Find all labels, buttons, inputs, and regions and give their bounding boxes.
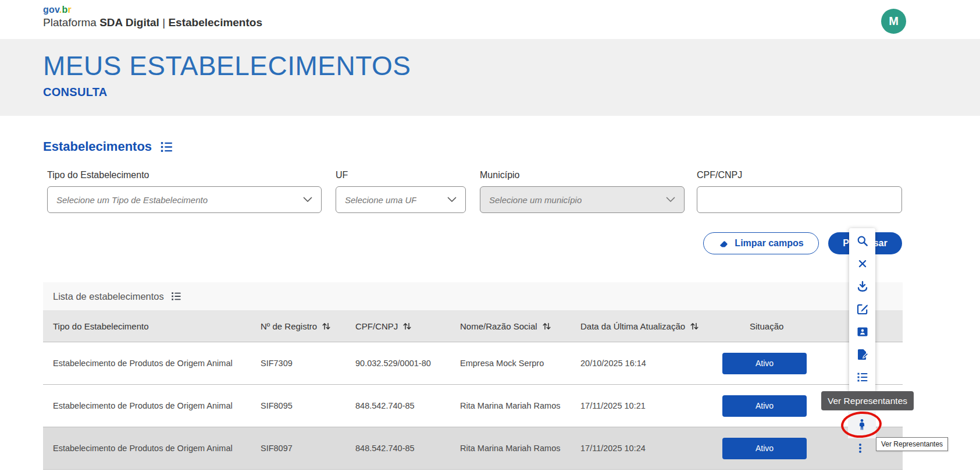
cell-cpf: 848.542.740-85 [355, 401, 460, 410]
edit-icon[interactable] [856, 303, 869, 316]
cell-data: 17/11/2025 10:21 [580, 401, 717, 410]
govbr-logo: gov.br [43, 5, 980, 15]
sort-icon[interactable] [542, 322, 551, 331]
eraser-icon [718, 238, 729, 249]
field-uf: UF Selecione uma UF [336, 170, 466, 213]
uf-placeholder: Selecione uma UF [345, 195, 416, 205]
cell-cpf: 848.542.740-85 [355, 444, 460, 453]
table-header-row: Tipo do Estabelecimento Nº de Registro C… [43, 310, 903, 342]
sort-icon[interactable] [322, 322, 331, 331]
logo-r: r [68, 5, 72, 15]
contact-card-icon[interactable] [856, 325, 869, 338]
cell-tipo: Estabelecimento de Produtos de Origem An… [53, 359, 261, 368]
table-title-band: Lista de estabelecimentos [43, 282, 903, 310]
table-row[interactable]: Estabelecimento de Produtos de Origem An… [43, 427, 903, 469]
field-municipio: Município Selecione um município [480, 170, 685, 213]
chevron-down-icon [447, 197, 457, 203]
status-badge[interactable]: Ativo [722, 395, 807, 417]
search-icon[interactable] [856, 235, 869, 247]
avatar[interactable]: M [881, 9, 906, 34]
tooltip: Ver Representantes [821, 391, 914, 410]
row-actions-menu [849, 228, 875, 392]
page-title: MEUS ESTABELECIMENTOS [43, 52, 980, 79]
cpf-cnpj-label: CPF/CNPJ [697, 170, 902, 180]
tipo-select[interactable]: Selecione um Tipo de Estabelecimento [47, 186, 322, 213]
list-icon[interactable] [856, 371, 869, 384]
cell-cpf: 90.032.529/0001-80 [355, 359, 460, 368]
tipo-placeholder: Selecione um Tipo de Estabelecimento [56, 195, 208, 205]
page: gov.br Plataforma SDA Digital | Estabele… [0, 0, 980, 475]
file-edit-icon[interactable] [856, 348, 869, 361]
cell-nome: Rita Marina Mariah Ramos [460, 444, 580, 453]
municipio-placeholder: Selecione um município [489, 195, 582, 205]
column-header-cpf[interactable]: CPF/CNPJ [355, 321, 460, 331]
status-badge[interactable]: Ativo [722, 353, 807, 374]
sort-icon[interactable] [402, 322, 412, 331]
column-header-nome[interactable]: Nome/Razão Social [460, 321, 580, 331]
table-row[interactable]: Estabelecimento de Produtos de Origem An… [43, 342, 903, 384]
table-title: Lista de estabelecimentos [53, 291, 164, 302]
hero-banner: MEUS ESTABELECIMENTOS CONSULTA [0, 39, 980, 116]
top-bar: gov.br Plataforma SDA Digital | Estabele… [0, 0, 980, 39]
cpf-cnpj-input[interactable] [697, 186, 902, 213]
tipo-label: Tipo do Estabelecimento [47, 170, 322, 180]
table-row[interactable]: Estabelecimento de Produtos de Origem An… [43, 384, 903, 427]
logo-gov: gov [43, 5, 59, 15]
municipio-label: Município [480, 170, 685, 180]
section-title: Estabelecimentos [43, 139, 152, 154]
native-tooltip: Ver Representantes [876, 437, 948, 451]
cell-registro: SIF8097 [261, 444, 355, 453]
module-name: Estabelecimentos [168, 16, 262, 29]
cell-tipo: Estabelecimento de Produtos de Origem An… [53, 401, 261, 410]
cell-tipo: Estabelecimento de Produtos de Origem An… [53, 444, 261, 453]
close-icon[interactable] [856, 257, 869, 270]
filters-row: Tipo do Estabelecimento Selecione um Tip… [43, 170, 902, 213]
list-icon [170, 290, 182, 302]
column-header-tipo: Tipo do Estabelecimento [53, 321, 261, 331]
section-header: Estabelecimentos [43, 139, 902, 154]
chevron-down-icon [666, 197, 675, 203]
cell-nome: Rita Marina Mariah Ramos [460, 401, 580, 410]
clear-fields-button[interactable]: Limpar campos [703, 232, 819, 254]
cell-situacao: Ativo [717, 353, 851, 374]
status-badge[interactable]: Ativo [722, 438, 807, 459]
cell-registro: SIF8095 [261, 401, 355, 410]
download-icon[interactable] [856, 280, 869, 293]
field-cpf-cnpj: CPF/CNPJ [697, 170, 902, 213]
person-icon [856, 418, 868, 432]
uf-label: UF [336, 170, 466, 180]
municipio-select[interactable]: Selecione um município [480, 186, 685, 213]
cell-situacao: Ativo [717, 438, 851, 459]
page-subtitle: CONSULTA [43, 86, 980, 99]
column-header-situacao: Situação [717, 321, 851, 331]
app-title: Plataforma SDA Digital | Estabelecimento… [43, 16, 980, 29]
uf-select[interactable]: Selecione uma UF [336, 186, 466, 213]
title-separator: | [162, 16, 165, 29]
list-icon [159, 140, 174, 154]
app-name: SDA Digital [99, 16, 159, 29]
chevron-down-icon [303, 197, 312, 203]
column-header-registro[interactable]: Nº de Registro [261, 321, 355, 331]
main-content: Estabelecimentos Tipo do Estabelecimento… [43, 139, 902, 470]
view-representatives-button[interactable] [848, 411, 876, 438]
app-prefix: Plataforma [43, 16, 97, 29]
clear-fields-label: Limpar campos [735, 238, 803, 249]
establishments-table: Lista de estabelecimentos Tipo do Estabe… [43, 282, 903, 470]
cell-nome: Empresa Mock Serpro [460, 359, 580, 368]
field-tipo-estabelecimento: Tipo do Estabelecimento Selecione um Tip… [47, 170, 322, 213]
cell-registro: SIF7309 [261, 359, 355, 368]
cell-data: 20/10/2025 16:14 [580, 359, 717, 368]
cell-data: 17/11/2025 10:24 [580, 444, 717, 453]
column-header-data[interactable]: Data da Última Atualização [580, 321, 717, 331]
form-actions: Limpar campos Pesquisar [43, 232, 902, 254]
logo-b: b [62, 5, 68, 15]
sort-icon[interactable] [690, 322, 699, 331]
